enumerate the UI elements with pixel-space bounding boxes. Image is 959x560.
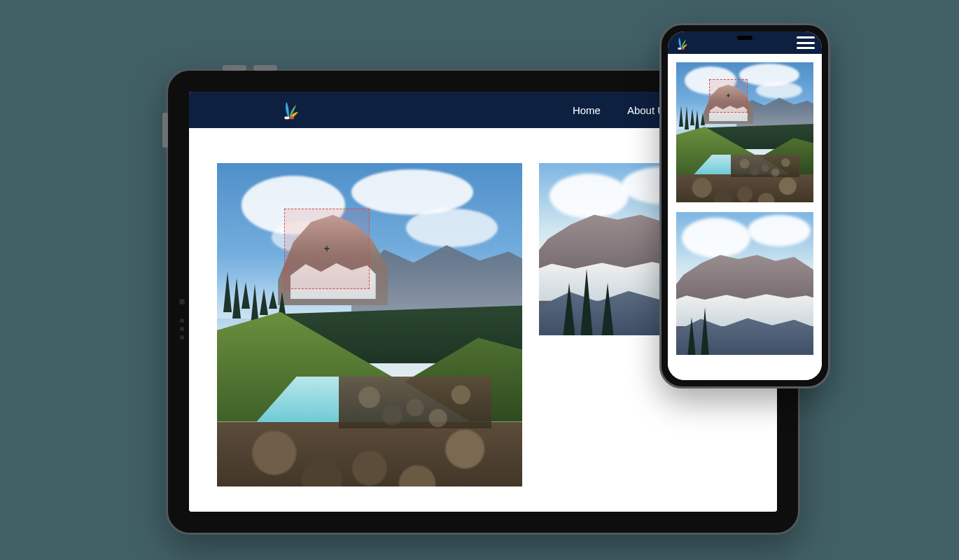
tablet-speaker-icon [180, 318, 184, 340]
phone-screen: + [668, 31, 822, 380]
magnifier-source-image[interactable]: + [217, 163, 522, 486]
phone-content: + [668, 54, 822, 380]
tablet-volume-up-button [223, 65, 246, 71]
svg-rect-2 [678, 48, 680, 50]
magnifier-source-image[interactable]: + [676, 62, 813, 202]
brand-logo-icon [675, 35, 687, 50]
magnifier-selection-box[interactable]: + [284, 209, 370, 290]
tablet-volume-down-button [253, 65, 277, 71]
hamburger-menu-icon[interactable] [797, 36, 815, 49]
svg-rect-0 [285, 116, 290, 119]
magnifier-selection-box[interactable]: + [709, 79, 748, 113]
mobile-site-header [668, 31, 822, 54]
selection-center-icon: + [727, 92, 731, 99]
selection-center-icon: + [324, 244, 330, 253]
landscape-scene [217, 163, 522, 486]
svg-rect-1 [290, 116, 295, 119]
phone-notch-icon [737, 36, 752, 40]
tablet-camera-icon [179, 299, 185, 304]
magnifier-zoom-preview [676, 212, 813, 355]
svg-rect-3 [681, 48, 684, 50]
tablet-power-button [162, 113, 168, 148]
phone-device-frame: + [659, 23, 830, 388]
nav-item-home[interactable]: Home [573, 104, 601, 116]
brand-logo-icon [280, 98, 298, 120]
